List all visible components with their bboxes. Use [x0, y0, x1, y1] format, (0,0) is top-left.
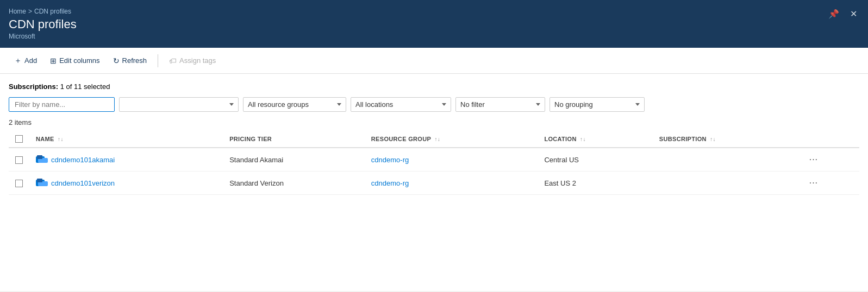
- breadcrumb-home[interactable]: Home: [9, 8, 26, 15]
- col-subscription-label: SUBSCRIPTION: [659, 136, 707, 142]
- col-name: NAME ↑↓: [29, 131, 223, 148]
- close-button[interactable]: ✕: [848, 7, 859, 21]
- refresh-icon: ↻: [113, 56, 120, 65]
- col-pricing-tier: PRICING TIER: [223, 131, 365, 148]
- table-body: cdndemo101akamai Standard Akamai cdndemo…: [9, 148, 859, 195]
- row-location: Central US: [538, 148, 652, 172]
- row-checkbox[interactable]: [15, 180, 23, 187]
- edit-columns-label: Edit columns: [59, 56, 99, 65]
- row-subscription: [653, 148, 800, 172]
- table-row: cdndemo101verizon Standard Verizon cdnde…: [9, 172, 859, 195]
- row-resource-group: cdndemo-rg: [365, 148, 538, 172]
- select-all-header: [9, 131, 29, 148]
- location-filter[interactable]: All locations: [351, 97, 451, 112]
- cdn-icon: [36, 179, 48, 187]
- col-location: LOCATION ↑↓: [538, 131, 652, 148]
- subscriptions-label: Subscriptions:: [9, 82, 58, 91]
- filter-row: All resource groups All locations No fil…: [9, 97, 859, 112]
- svg-rect-2: [37, 155, 42, 159]
- content-area: Subscriptions: 1 of 11 selected All reso…: [0, 74, 868, 291]
- row-checkbox-cell: [9, 172, 29, 195]
- location-sort-icon[interactable]: ↑↓: [580, 136, 586, 142]
- subscription-sort-icon[interactable]: ↑↓: [710, 136, 716, 142]
- svg-rect-5: [37, 179, 42, 182]
- row-name-link[interactable]: cdndemo101akamai: [51, 156, 115, 164]
- page-header: Home > CDN profiles CDN profiles Microso…: [0, 0, 868, 48]
- row-location: East US 2: [538, 172, 652, 195]
- col-actions: [800, 131, 859, 148]
- row-pricing-tier: Standard Verizon: [223, 172, 365, 195]
- row-rg-link[interactable]: cdndemo-rg: [371, 179, 409, 187]
- row-checkbox-cell: [9, 148, 29, 172]
- pin-button[interactable]: 📌: [826, 7, 841, 21]
- resource-group-sort-icon[interactable]: ↑↓: [434, 136, 440, 142]
- assign-tags-label: Assign tags: [179, 56, 216, 65]
- add-label: Add: [24, 56, 37, 65]
- breadcrumb-separator: >: [28, 8, 32, 15]
- page-title: CDN profiles: [9, 17, 859, 31]
- header-actions: 📌 ✕: [826, 7, 859, 21]
- resource-group-filter[interactable]: All resource groups: [243, 97, 346, 112]
- filter-name-input[interactable]: [9, 97, 115, 112]
- tag-icon: 🏷: [169, 56, 177, 65]
- row-pricing-tier: Standard Akamai: [223, 148, 365, 172]
- col-location-label: LOCATION: [544, 136, 576, 142]
- row-more-button[interactable]: ···: [806, 177, 821, 189]
- table-row: cdndemo101akamai Standard Akamai cdndemo…: [9, 148, 859, 172]
- row-name-link[interactable]: cdndemo101verizon: [51, 179, 115, 187]
- columns-icon: ⊞: [50, 56, 57, 65]
- row-resource-group: cdndemo-rg: [365, 172, 538, 195]
- select-all-checkbox[interactable]: [15, 135, 23, 143]
- col-subscription: SUBSCRIPTION ↑↓: [653, 131, 800, 148]
- cdn-icon: [36, 155, 48, 164]
- col-resource-group-label: RESOURCE GROUP: [371, 136, 431, 142]
- no-filter-filter[interactable]: No filter: [455, 97, 545, 112]
- toolbar-divider: [158, 54, 158, 67]
- refresh-button[interactable]: ↻ Refresh: [108, 53, 153, 68]
- col-name-label: NAME: [36, 136, 54, 142]
- cdn-profiles-table: NAME ↑↓ PRICING TIER RESOURCE GROUP ↑↓ L…: [9, 131, 859, 195]
- col-resource-group: RESOURCE GROUP ↑↓: [365, 131, 538, 148]
- col-pricing-tier-label: PRICING TIER: [229, 136, 272, 142]
- row-more-cell: ···: [800, 148, 859, 172]
- row-checkbox[interactable]: [15, 156, 23, 164]
- subscriptions-value: 1 of 11 selected: [60, 82, 110, 91]
- add-button[interactable]: ＋ Add: [9, 53, 42, 69]
- grouping-filter[interactable]: No grouping: [549, 97, 645, 112]
- breadcrumb: Home > CDN profiles: [9, 8, 859, 15]
- row-name-cell: cdndemo101akamai: [29, 148, 223, 172]
- add-icon: ＋: [14, 56, 22, 66]
- assign-tags-button[interactable]: 🏷 Assign tags: [164, 53, 221, 68]
- subscription-filter[interactable]: [119, 97, 239, 112]
- row-more-button[interactable]: ···: [806, 154, 821, 166]
- name-sort-icon[interactable]: ↑↓: [58, 136, 64, 142]
- toolbar: ＋ Add ⊞ Edit columns ↻ Refresh 🏷 Assign …: [0, 48, 868, 74]
- row-name-cell: cdndemo101verizon: [29, 172, 223, 195]
- subscriptions-line: Subscriptions: 1 of 11 selected: [9, 82, 859, 91]
- breadcrumb-current: CDN profiles: [34, 8, 71, 15]
- row-subscription: [653, 172, 800, 195]
- refresh-label: Refresh: [122, 56, 147, 65]
- row-more-cell: ···: [800, 172, 859, 195]
- items-count: 2 items: [9, 118, 859, 126]
- table-header: NAME ↑↓ PRICING TIER RESOURCE GROUP ↑↓ L…: [9, 131, 859, 148]
- pin-icon: 📌: [828, 9, 839, 18]
- row-rg-link[interactable]: cdndemo-rg: [371, 156, 409, 164]
- edit-columns-button[interactable]: ⊞ Edit columns: [45, 53, 105, 68]
- page-subtitle: Microsoft: [9, 33, 859, 40]
- close-icon: ✕: [850, 9, 857, 18]
